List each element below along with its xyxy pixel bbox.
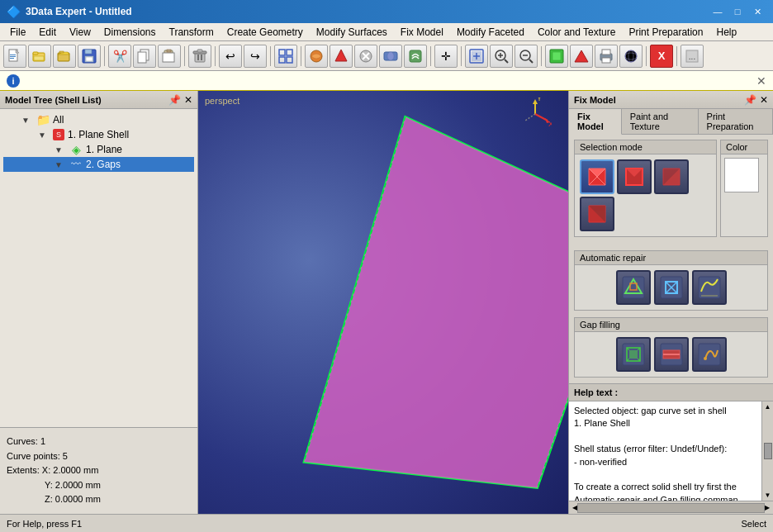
right-panel-header: Fix Model 📌 ✕	[569, 91, 773, 109]
left-panel: Model Tree (Shell List) 📌 ✕ ▼ 📁 All ▼ S …	[0, 91, 198, 514]
toolbar-misc[interactable]: ...	[681, 45, 704, 68]
tree-expand-shell[interactable]: ▼	[38, 131, 50, 140]
toolbar-print[interactable]	[595, 45, 618, 68]
toolbar-sep-8	[541, 46, 542, 66]
tree-item-gaps[interactable]: ▼ 〰 2. Gaps	[3, 157, 194, 172]
mesh-icon: ◈	[69, 144, 83, 155]
tab-print-preparation[interactable]: Print Preparation	[699, 109, 773, 134]
scroll-down[interactable]: ▼	[765, 492, 771, 499]
toolbar-green-box[interactable]	[545, 45, 568, 68]
svg-rect-25	[279, 50, 285, 55]
tree-expand-plane[interactable]: ▼	[55, 145, 66, 154]
right-panel-controls: 📌 ✕	[744, 94, 768, 106]
stat-extents: Extents: X: 2.0000 mm	[7, 463, 191, 478]
auto-repair-btn-3[interactable]	[692, 270, 727, 305]
select-edge-button[interactable]	[617, 159, 652, 194]
toolbar-x-btn[interactable]: X	[650, 45, 673, 68]
tree-item-plane-shell[interactable]: ▼ S 1. Plane Shell	[3, 127, 194, 142]
minimize-button[interactable]: —	[709, 3, 727, 20]
right-panel-detach[interactable]: 📌	[744, 94, 756, 106]
menu-modify-surfaces[interactable]: Modify Surfaces	[310, 25, 394, 40]
toolbar-open[interactable]	[28, 45, 51, 68]
toolbar-t5[interactable]	[404, 45, 427, 68]
select-face-button[interactable]	[580, 159, 614, 194]
status-right: Select	[741, 519, 766, 529]
help-section: Help text : Selected object: gap curve s…	[569, 383, 773, 514]
toolbar-sep-5	[301, 46, 301, 66]
toolbar-paste[interactable]	[158, 45, 181, 68]
tree-item-plane[interactable]: ▼ ◈ 1. Plane	[3, 142, 194, 157]
color-title: Color	[721, 140, 767, 154]
menu-dimensions[interactable]: Dimensions	[97, 25, 163, 40]
svg-rect-20	[195, 53, 205, 62]
menu-transform[interactable]: Transform	[163, 25, 221, 40]
tree-expand-gaps[interactable]: ▼	[55, 160, 66, 169]
toolbar-zoom-fit[interactable]	[465, 45, 488, 68]
menu-fix-model[interactable]: Fix Model	[394, 25, 450, 40]
toolbar-redo[interactable]: ↪	[244, 45, 267, 68]
menu-file[interactable]: File	[3, 25, 32, 40]
toolbar-t4[interactable]	[379, 45, 402, 68]
auto-repair-btn-2[interactable]	[654, 270, 689, 305]
toolbar-sphere[interactable]	[619, 45, 643, 68]
toolbar-t1[interactable]	[305, 45, 328, 68]
toolbar-new[interactable]	[3, 45, 26, 68]
svg-rect-14	[86, 57, 92, 61]
menu-modify-faceted[interactable]: Modify Faceted	[450, 25, 531, 40]
gap-fill-btn-1[interactable]	[616, 337, 651, 372]
toolbar-move[interactable]: ✛	[434, 45, 458, 68]
hscroll-right[interactable]: ▶	[765, 504, 770, 511]
menu-color-texture[interactable]: Color and Texture	[531, 25, 623, 40]
help-text-area[interactable]: Selected object: gap curve set in shell1…	[569, 401, 761, 501]
toolbar-sep-2	[184, 46, 185, 66]
toolbar-cut[interactable]: ✂️	[108, 45, 131, 68]
toolbar-copy[interactable]	[133, 45, 156, 68]
menu-edit[interactable]: Edit	[32, 25, 63, 40]
toolbar-sep-3	[215, 46, 216, 66]
close-button[interactable]: ✕	[748, 3, 766, 20]
left-panel-close[interactable]: ✕	[184, 94, 192, 106]
toolbar-save[interactable]	[78, 45, 101, 68]
maximize-button[interactable]: □	[728, 3, 747, 20]
svg-rect-24	[201, 55, 202, 60]
automatic-repair-title: Automatic repair	[575, 251, 767, 265]
toolbar-zoom-in[interactable]	[490, 45, 513, 68]
toolbar-red-triangle[interactable]	[570, 45, 593, 68]
status-bar: For Help, press F1 Select	[0, 514, 773, 532]
menu-create-geometry[interactable]: Create Geometry	[221, 25, 310, 40]
gap-fill-btn-2[interactable]	[654, 337, 689, 372]
selection-mode-title: Selection mode	[575, 140, 716, 154]
select-all-button[interactable]	[580, 197, 614, 231]
menu-help[interactable]: Help	[709, 25, 743, 40]
gap-fill-btn-3[interactable]	[692, 337, 727, 372]
toolbar-t3[interactable]	[354, 45, 377, 68]
tree-expand-all[interactable]: ▼	[21, 116, 33, 125]
tab-paint-texture[interactable]: Paint and Texture	[622, 109, 699, 134]
viewport[interactable]: perspect Y X	[198, 91, 568, 514]
hscroll-track[interactable]	[577, 503, 765, 513]
color-picker[interactable]	[724, 158, 759, 192]
toolbar-zoom-out[interactable]	[515, 45, 538, 68]
toolbar-t2[interactable]	[330, 45, 353, 68]
svg-marker-87	[629, 350, 638, 359]
info-close[interactable]: ✕	[756, 74, 766, 88]
menu-print-preparation[interactable]: Print Preparation	[622, 25, 709, 40]
toolbar-trash[interactable]	[188, 45, 211, 68]
svg-rect-7	[34, 56, 44, 60]
toolbar-undo[interactable]: ↩	[219, 45, 242, 68]
svg-point-33	[387, 52, 394, 60]
scroll-thumb[interactable]	[764, 443, 772, 459]
tab-fix-model[interactable]: Fix Model	[569, 109, 622, 135]
stat-y: Y: 2.0000 mm	[7, 478, 191, 493]
tree-item-all[interactable]: ▼ 📁 All	[3, 112, 194, 127]
auto-repair-btn-1[interactable]	[616, 270, 651, 305]
right-panel-close[interactable]: ✕	[760, 94, 768, 106]
help-scrollbar[interactable]: ▲ ▼	[761, 401, 773, 501]
window-controls: — □ ✕	[709, 3, 766, 20]
toolbar-grid[interactable]	[274, 45, 297, 68]
select-vertex-button[interactable]	[654, 159, 689, 194]
left-panel-detach[interactable]: 📌	[168, 94, 181, 106]
toolbar-open2[interactable]	[53, 45, 76, 68]
menu-view[interactable]: View	[63, 25, 97, 40]
scroll-up[interactable]: ▲	[765, 403, 771, 411]
